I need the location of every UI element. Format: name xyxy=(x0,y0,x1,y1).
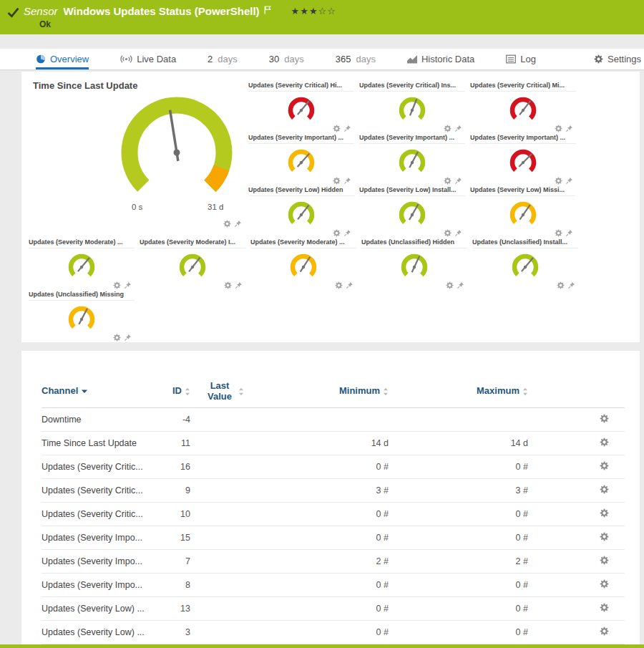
gauge-dial[interactable] xyxy=(278,198,324,231)
gauge-dial[interactable] xyxy=(389,93,435,126)
tab-log[interactable]: Log xyxy=(506,49,536,69)
pin-icon[interactable] xyxy=(124,334,132,342)
column-header-channel[interactable]: Channel xyxy=(42,386,149,397)
channel-id: 11 xyxy=(149,438,190,448)
pin-icon[interactable] xyxy=(565,229,573,237)
gauge-cell: Updates (Severity Important) ... xyxy=(470,133,576,185)
table-row: Updates (Severity Impo... 7 2 # 2 # xyxy=(42,550,625,574)
channel-settings-gear-icon[interactable] xyxy=(600,414,609,423)
table-row: Updates (Severity Critic... 9 3 # 3 # xyxy=(42,479,625,503)
gear-icon[interactable] xyxy=(555,125,562,132)
gauge-dial[interactable] xyxy=(59,250,104,283)
column-header-minimum[interactable]: Minimum xyxy=(258,386,389,397)
gear-icon[interactable] xyxy=(223,220,231,228)
channel-name[interactable]: Updates (Severity Critic... xyxy=(42,509,149,519)
gauge-title: Updates (Unclassified) Missing xyxy=(29,290,135,301)
gear-icon[interactable] xyxy=(555,177,562,185)
gear-icon[interactable] xyxy=(335,281,343,289)
gauge-dial[interactable] xyxy=(500,198,546,231)
channel-settings-gear-icon[interactable] xyxy=(600,556,609,565)
tab-2-days[interactable]: 2 days xyxy=(208,49,238,69)
channel-settings-gear-icon[interactable] xyxy=(600,603,609,612)
gauge-dial[interactable] xyxy=(391,250,437,283)
tab-overview[interactable]: Overview xyxy=(36,49,89,69)
channel-name[interactable]: Updates (Severity Critic... xyxy=(42,485,149,495)
pin-icon[interactable] xyxy=(343,177,351,185)
gear-icon[interactable] xyxy=(333,125,341,132)
pin-icon[interactable] xyxy=(343,125,351,132)
tab-label-number: 30 xyxy=(269,54,279,64)
channel-settings-gear-icon[interactable] xyxy=(600,485,609,494)
gauge-dial[interactable] xyxy=(278,93,324,126)
channel-name[interactable]: Time Since Last Update xyxy=(42,438,149,448)
channel-settings-gear-icon[interactable] xyxy=(600,532,609,541)
channel-name[interactable]: Updates (Severity Low) ... xyxy=(42,627,149,637)
gauge-dial[interactable] xyxy=(170,250,215,283)
gauge-dial[interactable] xyxy=(280,250,326,283)
gear-icon[interactable] xyxy=(444,229,452,237)
channel-name[interactable]: Updates (Severity Impo... xyxy=(42,580,149,590)
pin-icon[interactable] xyxy=(457,281,464,289)
gauge-title: Updates (Severity Moderate) ... xyxy=(29,238,135,248)
gear-icon[interactable] xyxy=(444,125,452,132)
pin-icon[interactable] xyxy=(346,281,353,289)
gauge-cell: Updates (Severity Low) Install... xyxy=(359,185,465,237)
gauge-title: Updates (Severity Critical) Mi... xyxy=(470,81,576,92)
channel-name[interactable]: Downtime xyxy=(42,415,149,425)
pin-icon[interactable] xyxy=(343,229,351,237)
pin-icon[interactable] xyxy=(234,220,242,228)
channel-name[interactable]: Updates (Severity Impo... xyxy=(42,556,149,566)
header-content: Sensor Windows Updates Status (PowerShel… xyxy=(24,5,336,29)
gauge-dial[interactable] xyxy=(500,145,546,178)
gear-icon[interactable] xyxy=(333,229,341,237)
pin-icon[interactable] xyxy=(565,177,573,185)
gear-icon[interactable] xyxy=(224,281,232,289)
gear-icon[interactable] xyxy=(444,177,452,185)
channel-settings-gear-icon[interactable] xyxy=(600,627,609,636)
tab-historic-data[interactable]: Historic Data xyxy=(407,49,474,69)
channel-id: 10 xyxy=(149,509,190,519)
pin-icon[interactable] xyxy=(454,125,462,132)
gauge-cell: Updates (Severity Moderate) ... xyxy=(29,238,135,289)
channel-name[interactable]: Updates (Severity Impo... xyxy=(42,533,149,543)
gear-icon[interactable] xyxy=(113,334,121,342)
gauge-cell: Updates (Unclassified) Missing xyxy=(29,290,135,342)
gauge-title: Updates (Severity Critical) Ins... xyxy=(359,81,465,92)
pin-icon[interactable] xyxy=(235,281,243,289)
channel-settings-gear-icon[interactable] xyxy=(600,579,609,589)
tab-settings[interactable]: Settings xyxy=(594,49,641,69)
column-header-last-value[interactable]: Last Value xyxy=(190,381,258,402)
gear-icon[interactable] xyxy=(113,281,121,289)
pin-icon[interactable] xyxy=(567,281,575,289)
main-gauge[interactable]: 0 s 31 d xyxy=(94,90,259,233)
tab-30-days[interactable]: 30 days xyxy=(269,49,304,69)
channel-name[interactable]: Updates (Severity Low) ... xyxy=(42,604,149,614)
flag-icon[interactable] xyxy=(264,6,271,14)
pin-icon[interactable] xyxy=(565,125,573,132)
gauge-dial[interactable] xyxy=(389,198,435,231)
pin-icon[interactable] xyxy=(124,281,132,289)
gauge-dial[interactable] xyxy=(59,302,104,335)
gear-icon[interactable] xyxy=(557,281,565,289)
gauge-dial[interactable] xyxy=(389,145,435,178)
gauge-dial[interactable] xyxy=(502,250,548,283)
column-header-id[interactable]: ID xyxy=(149,386,190,397)
priority-stars[interactable]: ★★★☆☆ xyxy=(291,6,336,16)
gauge-title: Updates (Unclassified) Hidden xyxy=(361,238,467,248)
footer-accent-bar xyxy=(0,644,644,648)
gear-icon[interactable] xyxy=(446,281,454,289)
channel-settings-gear-icon[interactable] xyxy=(600,461,609,470)
gauge-dial[interactable] xyxy=(500,93,546,126)
gauge-cell: Updates (Severity Moderate) ... xyxy=(250,238,356,289)
gauge-dial[interactable] xyxy=(278,145,324,178)
gear-icon[interactable] xyxy=(333,177,341,185)
pin-icon[interactable] xyxy=(454,229,462,237)
tab-365-days[interactable]: 365 days xyxy=(336,49,376,69)
pin-icon[interactable] xyxy=(454,177,462,185)
tab-live-data[interactable]: Live Data xyxy=(120,49,176,69)
gear-icon[interactable] xyxy=(555,229,562,237)
channel-settings-gear-icon[interactable] xyxy=(600,437,609,447)
channel-settings-gear-icon[interactable] xyxy=(600,508,609,518)
column-header-maximum[interactable]: Maximum xyxy=(389,386,528,397)
channel-name[interactable]: Updates (Severity Critic... xyxy=(42,462,149,472)
